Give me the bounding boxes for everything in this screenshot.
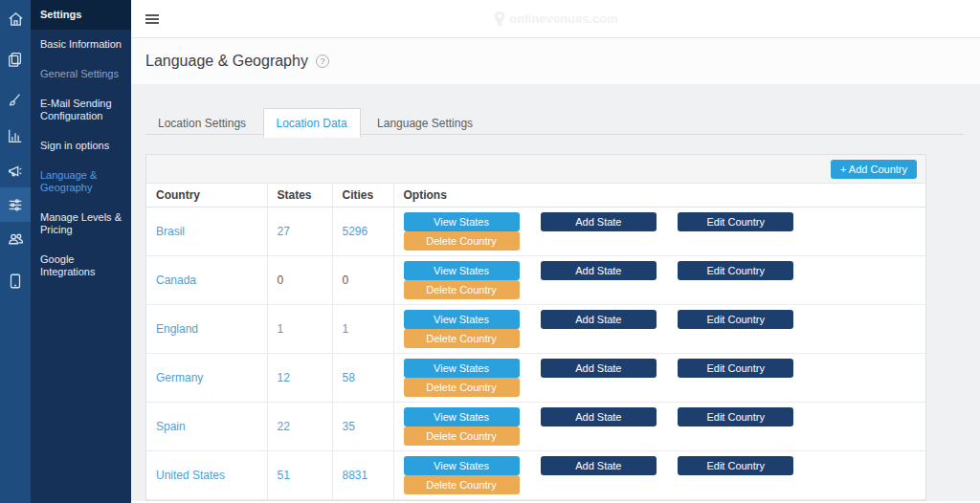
sidebar-item-manage-levels-pricing[interactable]: Manage Levels & Pricing: [31, 203, 131, 245]
edit-country-button[interactable]: Edit Country: [678, 359, 793, 378]
edit-country-button[interactable]: Edit Country: [678, 310, 793, 329]
view-states-button[interactable]: View States: [404, 407, 520, 426]
megaphone-icon[interactable]: [0, 154, 31, 188]
title-bar: Language & Geography ?: [131, 38, 980, 84]
main-area: onlinevenues.com Language & Geography ? …: [131, 0, 980, 503]
sidebar-item-sign-in-options[interactable]: Sign in options: [31, 131, 131, 161]
content-area: Location Settings Location Data Language…: [131, 84, 980, 501]
cities-count: 0: [343, 273, 349, 287]
country-link[interactable]: Germany: [156, 371, 203, 384]
topbar: onlinevenues.com: [131, 0, 980, 38]
brand-text: onlinevenues.com: [509, 11, 617, 26]
table-row: Spain 22 35 View States Add State Edit C…: [146, 403, 925, 451]
states-count-link[interactable]: 27: [278, 225, 290, 238]
country-link[interactable]: United States: [156, 469, 225, 482]
add-state-button[interactable]: Add State: [541, 407, 657, 426]
view-states-button[interactable]: View States: [404, 359, 520, 378]
cities-count-link[interactable]: 35: [343, 420, 355, 433]
delete-country-button[interactable]: Delete Country: [404, 280, 520, 299]
column-header-country: Country: [146, 184, 267, 208]
edit-country-button[interactable]: Edit Country: [678, 212, 793, 231]
pages-icon[interactable]: [0, 42, 31, 77]
delete-country-button[interactable]: Delete Country: [404, 231, 520, 251]
sidebar-menu: Settings Basic Information General Setti…: [31, 0, 131, 503]
countries-table: Country States Cities Options Brasil 27 …: [146, 184, 925, 500]
brand-watermark: onlinevenues.com: [131, 0, 980, 37]
brush-icon[interactable]: [0, 83, 31, 118]
states-count-link[interactable]: 51: [278, 469, 290, 482]
sidebar-item-general-settings[interactable]: General Settings: [31, 59, 131, 89]
tab-bar: Location Settings Location Data Language…: [145, 107, 964, 135]
app-window: Settings Basic Information General Setti…: [0, 0, 980, 503]
map-pin-icon: [493, 11, 506, 27]
users-icon[interactable]: [0, 221, 31, 255]
country-link[interactable]: Spain: [156, 420, 186, 433]
add-state-button[interactable]: Add State: [541, 310, 657, 329]
add-state-button[interactable]: Add State: [541, 359, 657, 378]
tab-language-settings[interactable]: Language Settings: [365, 109, 485, 137]
tab-location-data[interactable]: Location Data: [263, 108, 361, 138]
table-row: Germany 12 58 View States Add State Edit…: [146, 354, 925, 403]
country-link[interactable]: Brasil: [156, 225, 185, 238]
sidebar-item-google-integrations[interactable]: Google Integrations: [31, 245, 131, 287]
states-count-link[interactable]: 12: [278, 371, 290, 384]
states-count-link[interactable]: 1: [278, 322, 284, 336]
states-count-link[interactable]: 22: [278, 420, 290, 433]
table-header-row: Country States Cities Options: [146, 184, 925, 208]
states-count: 0: [278, 273, 284, 287]
cities-count-link[interactable]: 5296: [343, 225, 368, 238]
bar-chart-icon[interactable]: [0, 119, 31, 153]
add-state-button[interactable]: Add State: [541, 456, 657, 475]
page-title: Language & Geography: [145, 53, 308, 70]
table-row: England 1 1 View States Add State Edit C…: [146, 305, 925, 354]
delete-country-button[interactable]: Delete Country: [404, 475, 520, 494]
cities-count-link[interactable]: 1: [343, 322, 349, 336]
table-row: Canada 0 0 View States Add State Edit Co…: [146, 256, 925, 305]
column-header-options: Options: [393, 184, 925, 208]
view-states-button[interactable]: View States: [404, 261, 520, 280]
delete-country-button[interactable]: Delete Country: [404, 426, 520, 446]
add-state-button[interactable]: Add State: [541, 261, 657, 280]
help-icon[interactable]: ?: [316, 55, 329, 68]
view-states-button[interactable]: View States: [404, 310, 520, 329]
sidebar-icon-rail: [0, 0, 31, 503]
view-states-button[interactable]: View States: [404, 456, 520, 475]
add-country-button[interactable]: + Add Country: [831, 160, 917, 179]
view-states-button[interactable]: View States: [404, 212, 520, 231]
sidebar: Settings Basic Information General Setti…: [0, 0, 131, 503]
edit-country-button[interactable]: Edit Country: [678, 261, 793, 280]
location-data-panel: + Add Country Country States Cities Opti…: [145, 154, 926, 501]
sidebar-item-email-sending-configuration[interactable]: E-Mail Sending Configuration: [31, 89, 131, 131]
phone-icon[interactable]: [0, 264, 31, 298]
sliders-icon[interactable]: [0, 187, 31, 222]
column-header-states: States: [267, 184, 332, 208]
hamburger-menu-icon[interactable]: [145, 12, 159, 26]
delete-country-button[interactable]: Delete Country: [404, 378, 520, 397]
tab-location-settings[interactable]: Location Settings: [145, 109, 258, 137]
delete-country-button[interactable]: Delete Country: [404, 329, 520, 348]
add-state-button[interactable]: Add State: [541, 212, 657, 231]
column-header-cities: Cities: [332, 184, 393, 208]
country-link[interactable]: Canada: [156, 273, 196, 287]
sidebar-item-basic-information[interactable]: Basic Information: [31, 30, 131, 59]
cities-count-link[interactable]: 8831: [343, 469, 368, 482]
sidebar-item-language-geography[interactable]: Language & Geography: [31, 161, 131, 203]
table-row: Brasil 27 5296 View States Add State Edi…: [146, 208, 925, 256]
edit-country-button[interactable]: Edit Country: [678, 456, 793, 475]
cities-count-link[interactable]: 58: [343, 371, 355, 384]
panel-toolbar: + Add Country: [146, 155, 925, 184]
home-icon[interactable]: [0, 2, 31, 36]
edit-country-button[interactable]: Edit Country: [678, 407, 793, 426]
country-link[interactable]: England: [156, 322, 198, 336]
table-row: United States 51 8831 View States Add St…: [146, 451, 925, 500]
sidebar-header: Settings: [31, 0, 131, 30]
